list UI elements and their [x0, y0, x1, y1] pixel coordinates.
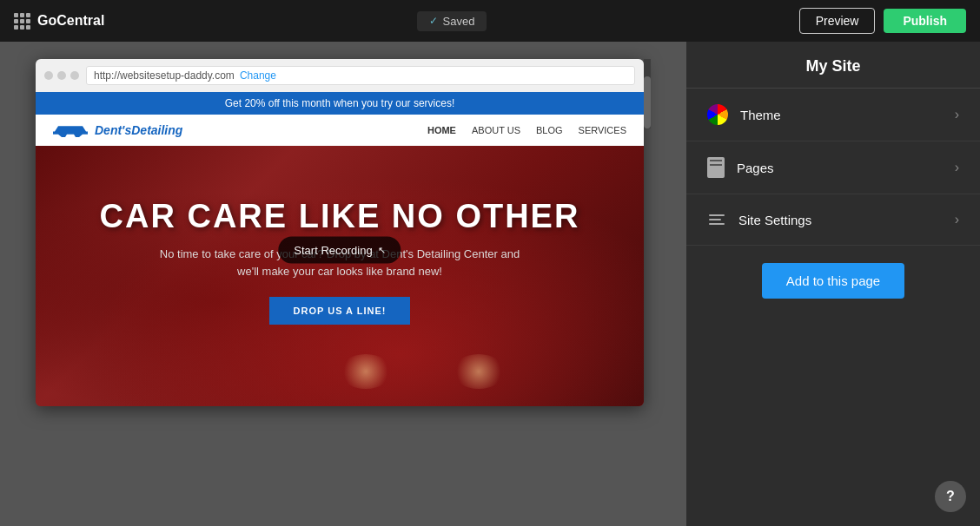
recording-badge[interactable]: Start Recording ↖	[278, 237, 401, 264]
browser-window: http://websitesetup-daddy.com Change Get…	[36, 59, 644, 406]
headlight-left	[340, 354, 392, 389]
top-bar-right: Preview Publish	[799, 8, 966, 34]
site-nav-links: HOMEABOUT USBLOGSERVICES	[427, 125, 626, 135]
top-bar: GoCentral ✓ Saved Preview Publish	[0, 0, 980, 42]
panel-menu-item-pages[interactable]: Pages ›	[686, 141, 980, 194]
panel-menu-left-settings: Site Settings	[707, 210, 811, 229]
nav-link-blog[interactable]: BLOG	[536, 125, 563, 135]
hero-title: CAR CARE LIKE NO OTHER	[36, 198, 644, 235]
url-change-link[interactable]: Change	[240, 69, 276, 82]
saved-label: Saved	[443, 15, 475, 28]
chevron-right-settings: ›	[955, 212, 959, 227]
top-bar-left: GoCentral	[14, 13, 104, 30]
logo-text: Dent'sDetailing	[95, 123, 182, 137]
main-layout: http://websitesetup-daddy.com Change Get…	[0, 42, 980, 526]
browser-url-bar[interactable]: http://websitesetup-daddy.com Change	[86, 66, 635, 85]
site-hero: Start Recording ↖ CAR CARE LIKE NO OTHER…	[36, 146, 644, 406]
site-logo: Dent'sDetailing	[53, 123, 182, 137]
add-to-page-button[interactable]: Add to this page	[762, 263, 904, 299]
pages-icon	[707, 157, 725, 178]
chevron-right-theme: ›	[955, 107, 959, 122]
saved-badge: ✓ Saved	[417, 11, 487, 31]
hero-cta-button[interactable]: DROP US A LINE!	[269, 297, 411, 325]
headlight-right	[453, 354, 505, 389]
hero-content: CAR CARE LIKE NO OTHER No time to take c…	[36, 146, 644, 325]
site-nav: Dent'sDetailing HOMEABOUT USBLOGSERVICES	[36, 115, 644, 146]
preview-panel: http://websitesetup-daddy.com Change Get…	[0, 42, 686, 526]
panel-menu-item-settings[interactable]: Site Settings ›	[686, 194, 980, 246]
chevron-right-pages: ›	[955, 160, 959, 175]
panel-menu-left-theme: Theme	[707, 104, 781, 125]
grid-icon[interactable]	[14, 13, 30, 30]
help-button[interactable]: ?	[935, 481, 966, 512]
check-icon: ✓	[429, 15, 438, 27]
scrollbar-thumb[interactable]	[644, 76, 651, 128]
preview-button[interactable]: Preview	[799, 8, 876, 34]
nav-link-about-us[interactable]: ABOUT US	[472, 125, 520, 135]
browser-dot-2	[57, 71, 66, 80]
browser-dot-3	[70, 71, 79, 80]
logo-car-icon	[53, 123, 88, 137]
site-banner: Get 20% off this month when you try our …	[36, 92, 644, 115]
theme-icon	[707, 104, 728, 125]
panel-title: My Site	[686, 42, 980, 89]
panel-menu-left-pages: Pages	[707, 157, 774, 178]
panel-menu-label-settings: Site Settings	[738, 213, 811, 227]
cursor-icon: ↖	[378, 245, 386, 256]
logo-text-2: Detailing	[131, 123, 182, 137]
recording-label: Start Recording	[294, 244, 372, 257]
url-text: http://websitesetup-daddy.com	[94, 69, 235, 82]
nav-link-home[interactable]: HOME	[427, 125, 456, 135]
browser-dots	[44, 71, 79, 80]
panel-menu-label-pages: Pages	[737, 161, 774, 175]
panel-menu-label-theme: Theme	[740, 108, 781, 122]
browser-chrome: http://websitesetup-daddy.com Change	[36, 59, 644, 92]
browser-dot-1	[44, 71, 53, 80]
logo-text-1: Dent's	[95, 123, 131, 137]
scrollbar[interactable]	[644, 59, 651, 128]
nav-link-services[interactable]: SERVICES	[579, 125, 626, 135]
publish-button[interactable]: Publish	[884, 9, 966, 33]
settings-icon	[707, 210, 726, 229]
brand-name: GoCentral	[37, 13, 104, 29]
panel-menu-item-theme[interactable]: Theme ›	[686, 89, 980, 141]
right-panel: My Site Theme › Pages ›	[686, 42, 980, 526]
